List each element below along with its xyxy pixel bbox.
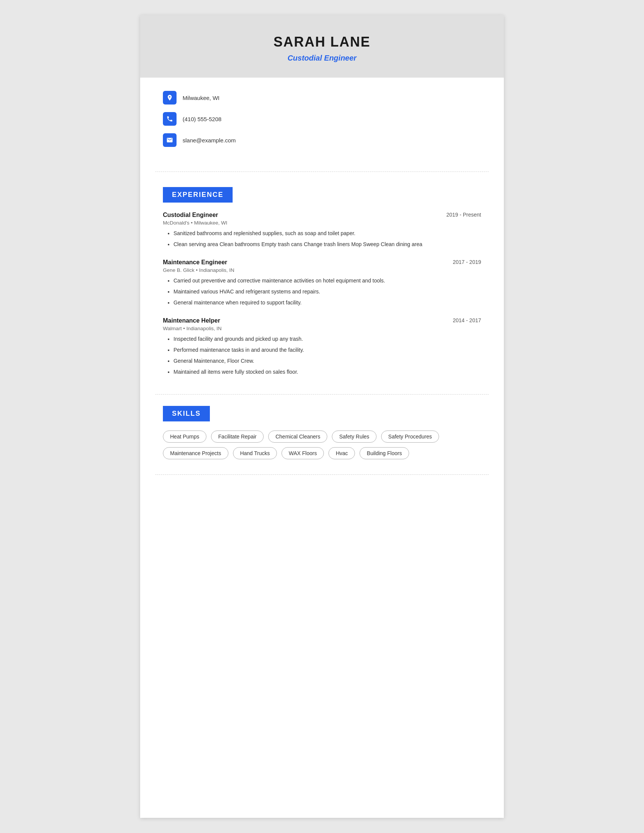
job-header-1: Custodial Engineer 2019 - Present	[163, 212, 481, 219]
resume-container: SARAH LANE Custodial Engineer Milwaukee,…	[140, 15, 504, 818]
skill-tag: Heat Pumps	[163, 431, 206, 442]
job-bullets-3: Inspected facility and grounds and picke…	[163, 335, 481, 376]
job-block-2: Maintenance Engineer 2017 - 2019 Gene B.…	[163, 259, 481, 307]
bullet-item: Sanitized bathrooms and replenished supp…	[174, 230, 481, 237]
job-bullets-2: Carried out preventive and corrective ma…	[163, 277, 481, 307]
job-dates-3: 2014 - 2017	[453, 317, 481, 323]
resume-header: SARAH LANE Custodial Engineer	[140, 15, 504, 78]
candidate-title: Custodial Engineer	[155, 54, 489, 63]
job-company-1: McDonald's • Milwaukee, WI	[163, 220, 481, 226]
job-header-2: Maintenance Engineer 2017 - 2019	[163, 259, 481, 266]
email-contact-item: slane@example.com	[163, 133, 481, 147]
skill-tag: Hvac	[328, 447, 355, 459]
job-title-2: Maintenance Engineer	[163, 259, 227, 266]
bullet-item: Maintained various HVAC and refrigerant …	[174, 288, 481, 296]
job-title-3: Maintenance Helper	[163, 317, 220, 324]
job-title-1: Custodial Engineer	[163, 212, 218, 219]
bullet-item: Inspected facility and grounds and picke…	[174, 335, 481, 343]
skill-tag: Building Floors	[359, 447, 409, 459]
experience-section-header: EXPERIENCE	[163, 187, 233, 203]
experience-section: EXPERIENCE Custodial Engineer 2019 - Pre…	[140, 176, 504, 391]
phone-text: (410) 555-5208	[183, 116, 222, 122]
email-text: slane@example.com	[183, 137, 236, 143]
skills-grid: Heat PumpsFacilitate RepairChemical Clea…	[163, 431, 481, 459]
phone-contact-item: (410) 555-5208	[163, 112, 481, 126]
job-block-3: Maintenance Helper 2014 - 2017 Walmart •…	[163, 317, 481, 376]
job-bullets-1: Sanitized bathrooms and replenished supp…	[163, 230, 481, 248]
skill-tag: Maintenance Projects	[163, 447, 229, 459]
job-header-3: Maintenance Helper 2014 - 2017	[163, 317, 481, 324]
bullet-item: Clean serving area Clean bathrooms Empty…	[174, 240, 481, 248]
location-icon	[163, 91, 177, 105]
phone-icon	[163, 112, 177, 126]
contact-section: Milwaukee, WI (410) 555-5208 slane@examp…	[140, 78, 504, 168]
skill-tag: WAX Floors	[282, 447, 324, 459]
divider-3	[155, 474, 489, 475]
skill-tag: Safety Rules	[332, 431, 376, 442]
skill-tag: Facilitate Repair	[211, 431, 264, 442]
location-contact-item: Milwaukee, WI	[163, 91, 481, 105]
job-block-1: Custodial Engineer 2019 - Present McDona…	[163, 212, 481, 248]
job-company-3: Walmart • Indianapolis, IN	[163, 326, 481, 331]
divider-2	[155, 394, 489, 394]
skill-tag: Hand Trucks	[233, 447, 277, 459]
bullet-item: General Maintenance, Floor Crew.	[174, 357, 481, 365]
skills-section: SKILLS Heat PumpsFacilitate RepairChemic…	[140, 398, 504, 471]
job-company-2: Gene B. Glick • Indianapolis, IN	[163, 267, 481, 273]
bullet-item: Maintained all items were fully stocked …	[174, 368, 481, 376]
skills-section-header: SKILLS	[163, 406, 210, 421]
skill-tag: Safety Procedures	[381, 431, 439, 442]
skill-tag: Chemical Cleaners	[268, 431, 327, 442]
bullet-item: General maintenance when required to sup…	[174, 299, 481, 307]
email-icon	[163, 133, 177, 147]
location-text: Milwaukee, WI	[183, 95, 220, 101]
candidate-name: SARAH LANE	[155, 34, 489, 50]
job-dates-2: 2017 - 2019	[453, 259, 481, 265]
divider-1	[155, 172, 489, 172]
bullet-item: Performed maintenance tasks in and aroun…	[174, 346, 481, 354]
bullet-item: Carried out preventive and corrective ma…	[174, 277, 481, 285]
job-dates-1: 2019 - Present	[446, 212, 481, 218]
